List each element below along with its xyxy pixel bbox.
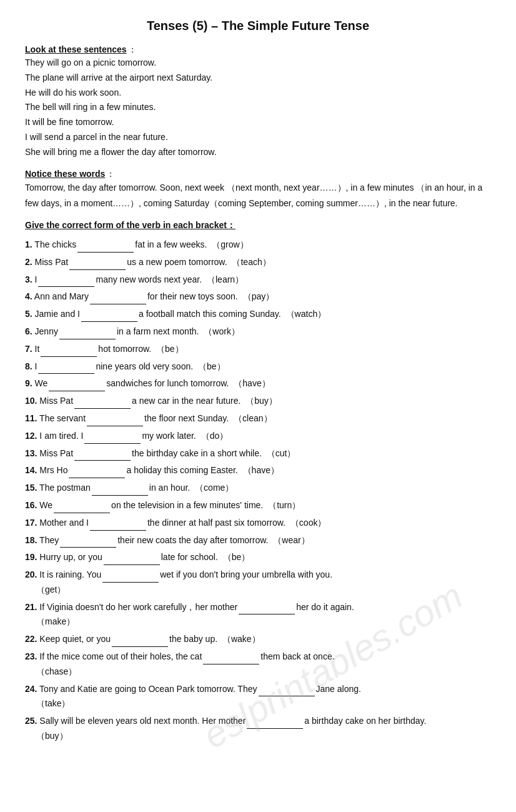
answer-blank: [84, 435, 141, 444]
verb-hint: （be）: [198, 361, 226, 371]
verb-hint: （get）: [36, 584, 66, 594]
answer-blank: [60, 539, 116, 548]
verb-hint: （teach）: [232, 257, 270, 267]
item-text-after: sandwiches for lunch tomorrow.: [106, 378, 229, 388]
list-item: 1. The chicksfat in a few weeks. （grow）: [25, 238, 491, 253]
item-text-before: The chicks: [34, 239, 76, 249]
item-text-before: Miss Pat: [39, 448, 73, 458]
item-text-before: Keep quiet, or you: [39, 634, 111, 644]
item-text-after: wet if you don't bring your umbrella wit…: [160, 569, 332, 579]
verb-hint: （watch）: [286, 309, 327, 319]
list-item: 19. Hurry up, or youlate for school. （be…: [25, 550, 491, 565]
item-number: 23.: [25, 651, 37, 661]
item-text-before: If Viginia doesn't do her work carefully…: [39, 602, 237, 612]
answer-blank: [38, 365, 94, 374]
look-sentence: I will send a parcel in the near future.: [25, 130, 491, 145]
item-number: 14.: [25, 465, 37, 475]
answer-blank: [38, 278, 94, 287]
answer-blank: [81, 313, 137, 322]
list-item: 2. Miss Patus a new poem tomorrow. （teac…: [25, 255, 491, 270]
item-number: 4.: [25, 291, 32, 301]
item-text-after: us a new poem tomorrow.: [127, 257, 227, 267]
item-text-after: a new car in the near future.: [132, 396, 241, 406]
verb-hint: （chase）: [36, 666, 77, 676]
item-text-before: Jenny: [35, 326, 58, 336]
item-text-after: the floor next Sunday.: [144, 413, 229, 423]
item-text-after: a birthday cake on her birthday.: [304, 716, 426, 726]
answer-blank: [74, 400, 131, 409]
item-number: 19.: [25, 552, 37, 562]
look-section: Look at these sentences： They will go on…: [25, 44, 491, 160]
item-text-before: I am tired. I: [39, 431, 83, 441]
item-number: 18.: [25, 535, 37, 545]
item-number: 21.: [25, 602, 37, 612]
answer-blank: [102, 574, 159, 583]
verb-hint: （cook）: [290, 518, 327, 528]
look-heading: Look at these sentences：: [25, 44, 491, 56]
item-text-after: hot tomorrow.: [98, 344, 151, 354]
answer-blank: [54, 504, 110, 513]
item-number: 10.: [25, 396, 37, 406]
item-text-before: Hurry up, or you: [39, 552, 102, 562]
item-number: 9.: [25, 378, 32, 388]
answer-blank: [87, 418, 143, 426]
item-text-before: We: [35, 378, 48, 388]
list-item: 16. Weon the television in a few minutes…: [25, 498, 491, 513]
look-sentences: They will go on a picnic tomorrow.The pl…: [25, 56, 491, 160]
exercise-heading: Give the correct form of the verb in eac…: [25, 220, 491, 231]
item-text-before: Ann and Mary: [34, 291, 89, 301]
verb-hint: （take）: [36, 698, 70, 708]
answer-blank: [259, 688, 315, 696]
answer-blank: [77, 244, 134, 253]
look-sentence: It will be fine tomorrow.: [25, 115, 491, 130]
item-number: 1.: [25, 239, 32, 249]
item-text-after: the dinner at half past six tomorrow.: [147, 518, 285, 528]
verb-hint: （be）: [156, 344, 184, 354]
item-number: 11.: [25, 413, 37, 423]
item-number: 17.: [25, 518, 37, 528]
list-item: 6. Jennyin a farm next month. （work）: [25, 324, 491, 339]
list-item: 10. Miss Pata new car in the near future…: [25, 394, 491, 409]
item-text-after: them back at once.: [260, 651, 334, 661]
item-text-after: the baby up.: [169, 634, 217, 644]
answer-blank: [239, 606, 295, 614]
verb-hint: （buy）: [36, 731, 68, 741]
item-text-before: Jamie and I: [35, 309, 80, 319]
verb-hint: （buy）: [246, 396, 277, 406]
item-number: 20.: [25, 569, 37, 579]
item-number: 13.: [25, 448, 37, 458]
item-text-after: in a farm next month.: [117, 326, 199, 336]
item-text-after: a holiday this coming Easter.: [126, 465, 237, 475]
item-text-after: many new words next year.: [96, 274, 202, 284]
list-item: 3. Imany new words next year. （learn）: [25, 273, 491, 288]
verb-hint: （make）: [36, 616, 75, 626]
verb-hint: （be）: [223, 552, 251, 562]
list-item: 13. Miss Patthe birthday cake in a short…: [25, 446, 491, 461]
answer-blank: [247, 720, 303, 729]
list-item: 7. Ithot tomorrow. （be）: [25, 342, 491, 357]
item-text-before: They: [39, 535, 59, 545]
answer-blank: [92, 487, 148, 496]
item-number: 5.: [25, 309, 32, 319]
item-text-after: nine years old very soon.: [96, 361, 193, 371]
item-text-after: my work later.: [142, 431, 196, 441]
item-number: 22.: [25, 634, 37, 644]
list-item: 25. Sally will be eleven years old next …: [25, 714, 491, 744]
verb-hint: （cut）: [267, 448, 296, 458]
list-item: 21. If Viginia doesn't do her work caref…: [25, 600, 491, 630]
verb-hint: （work）: [204, 326, 240, 336]
verb-hint: （wake）: [222, 634, 260, 644]
item-number: 25.: [25, 716, 37, 726]
list-item: 18. Theytheir new coats the day after to…: [25, 533, 491, 548]
list-item: 20. It is raining. Youwet if you don't b…: [25, 568, 491, 598]
item-text-before: Miss Pat: [35, 257, 69, 267]
answer-blank: [90, 296, 146, 304]
item-text-after: on the television in a few minutes' time…: [111, 500, 263, 510]
answer-blank: [90, 522, 146, 531]
item-number: 16.: [25, 500, 37, 510]
list-item: 9. Wesandwiches for lunch tomorrow. （hav…: [25, 376, 491, 391]
item-text-before: The postman: [39, 483, 91, 493]
item-text-before: Miss Pat: [39, 396, 73, 406]
verb-hint: （come）: [195, 483, 234, 493]
list-item: 24. Tony and Katie are going to Ocean Pa…: [25, 682, 491, 712]
